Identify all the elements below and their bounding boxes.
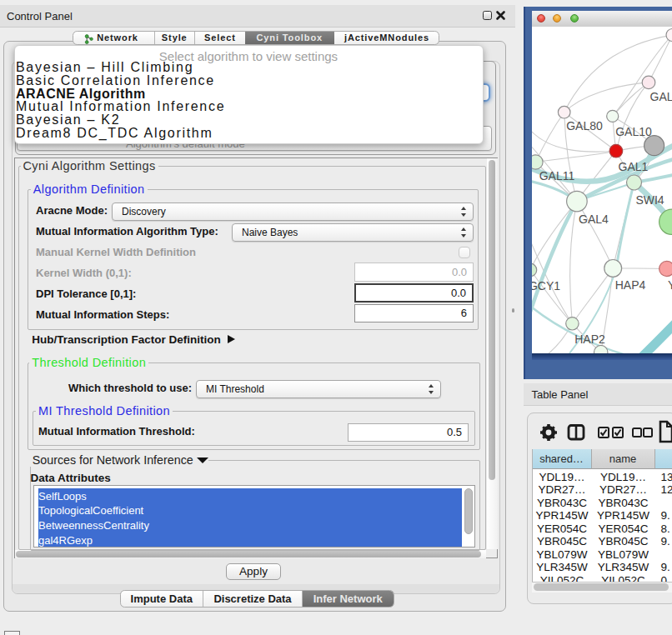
svg-text:GAL80: GAL80: [566, 118, 603, 132]
svg-text:GAL11: GAL11: [539, 168, 575, 182]
svg-text:GAL: GAL: [650, 89, 672, 102]
svg-text:Y: Y: [668, 278, 672, 291]
svg-text:SWI4: SWI4: [635, 192, 664, 206]
svg-text:HAP2: HAP2: [574, 332, 605, 346]
svg-text:GAL4: GAL4: [579, 212, 609, 226]
svg-text:GAL1: GAL1: [619, 160, 649, 173]
svg-text:HAP4: HAP4: [615, 278, 646, 291]
svg-text:GAL10: GAL10: [615, 125, 652, 138]
svg-text:GCY1: GCY1: [532, 279, 560, 292]
